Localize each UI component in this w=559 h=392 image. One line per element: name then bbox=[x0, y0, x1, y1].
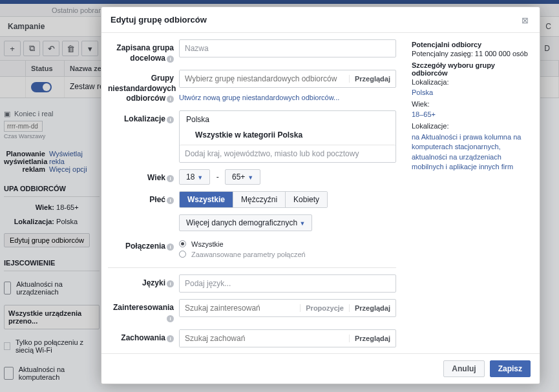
side-age-k: Wiek: bbox=[412, 100, 529, 108]
location-subcategory[interactable]: Wszystkie w kategorii Polska bbox=[180, 128, 396, 145]
interests-label: Zainteresowania bbox=[113, 303, 174, 312]
info-icon[interactable]: i bbox=[167, 116, 174, 123]
languages-label: Języki bbox=[142, 278, 165, 287]
close-icon[interactable]: ⊠ bbox=[522, 15, 531, 25]
location-input[interactable] bbox=[180, 145, 396, 162]
languages-input[interactable] bbox=[179, 274, 396, 293]
save-button[interactable]: Zapisz bbox=[490, 360, 531, 377]
info-icon[interactable]: i bbox=[167, 335, 174, 342]
info-icon[interactable]: i bbox=[167, 280, 174, 287]
info-icon[interactable]: i bbox=[167, 175, 174, 182]
locations-label: Lokalizacje bbox=[124, 114, 165, 123]
details-hdr: Szczegóły wyboru grupy odbiorców bbox=[412, 61, 529, 77]
interests-suggestions[interactable]: Propozycje bbox=[300, 304, 349, 312]
modal-title: Edytuj grupę odbiorców bbox=[111, 15, 207, 25]
cancel-button[interactable]: Anuluj bbox=[443, 360, 484, 377]
connections-all-label: Wszystkie bbox=[191, 240, 224, 248]
interests-input[interactable] bbox=[180, 300, 300, 316]
side-loc-v: Polska bbox=[412, 88, 529, 96]
potential-audience-hdr: Potencjalni odbiorcy bbox=[412, 41, 529, 48]
age-to-select[interactable]: 65+▼ bbox=[225, 169, 260, 185]
custom-audience-input[interactable] bbox=[180, 70, 349, 87]
gender-all[interactable]: Wszystkie bbox=[180, 192, 233, 207]
interests-browse[interactable]: Przeglądaj bbox=[349, 304, 396, 312]
side-placements-v: na Aktualności i prawa kolumna na komput… bbox=[412, 132, 529, 172]
saved-audience-input[interactable] bbox=[179, 39, 396, 57]
gender-label: Płeć bbox=[149, 195, 165, 204]
behaviors-label: Zachowania bbox=[121, 333, 165, 342]
info-icon[interactable]: i bbox=[167, 197, 174, 204]
info-icon[interactable]: i bbox=[167, 315, 174, 322]
behaviors-browse[interactable]: Przeglądaj bbox=[349, 335, 396, 342]
saved-label: Zapisana grupa docelowa bbox=[116, 43, 174, 63]
side-loc-k: Lokalizacja: bbox=[412, 78, 529, 86]
info-icon[interactable]: i bbox=[167, 56, 174, 63]
custom-label: Grupy niestandardowych odbiorców bbox=[108, 74, 176, 103]
connections-label: Połączenia bbox=[125, 242, 165, 251]
connections-all-radio[interactable] bbox=[179, 240, 186, 247]
connections-advanced-label: Zaawansowane parametry połączeń bbox=[191, 251, 306, 258]
gender-women[interactable]: Kobiety bbox=[286, 192, 327, 207]
info-icon[interactable]: i bbox=[167, 243, 174, 251]
side-age-v: 18–65+ bbox=[412, 110, 529, 118]
info-icon[interactable]: i bbox=[167, 96, 174, 103]
browse-link[interactable]: Przeglądaj bbox=[349, 75, 396, 83]
connections-advanced-radio[interactable] bbox=[179, 251, 186, 258]
edit-audience-modal: Edytuj grupę odbiorców ⊠ Zapisana grupa … bbox=[101, 6, 540, 384]
behaviors-input[interactable] bbox=[180, 330, 349, 347]
age-label: Wiek bbox=[147, 173, 165, 182]
side-placements-k: Lokalizacje: bbox=[412, 122, 529, 130]
location-tag[interactable]: Polska bbox=[180, 111, 396, 128]
age-from-select[interactable]: 18▼ bbox=[179, 169, 210, 185]
potential-reach: Potencjalny zasięg: 11 000 000 osób bbox=[412, 50, 529, 57]
gender-men[interactable]: Mężczyźni bbox=[233, 192, 286, 207]
create-custom-link[interactable]: Utwórz nową grupę niestandardowych odbio… bbox=[179, 94, 339, 101]
more-demographics-select[interactable]: Więcej danych demograficznych ▼ bbox=[179, 214, 312, 231]
